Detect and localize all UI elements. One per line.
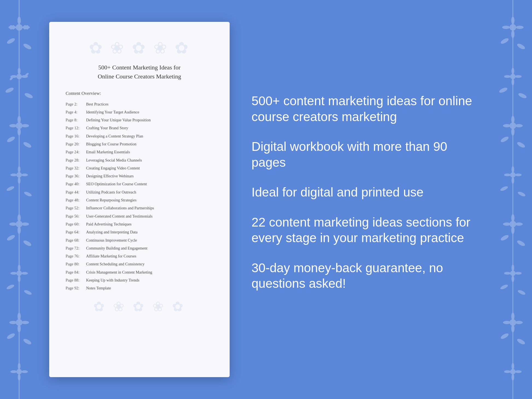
- toc-page-number: Page 72:: [66, 245, 86, 251]
- marketing-point-4: 22 content marketing ideas sections for …: [252, 215, 483, 246]
- table-of-contents-item: Page 36:Designing Effective Webinars: [66, 172, 213, 180]
- toc-page-number: Page 36:: [66, 173, 86, 179]
- table-of-contents-item: Page 84:Crisis Management in Content Mar…: [66, 268, 213, 276]
- table-of-contents-item: Page 32:Creating Engaging Video Content: [66, 164, 213, 172]
- toc-topic: Paid Advertising Techniques: [86, 221, 131, 227]
- toc-page-number: Page 8:: [66, 117, 86, 123]
- toc-topic: Defining Your Unique Value Proposition: [86, 117, 151, 123]
- table-of-contents-item: Page 16:Developing a Content Strategy Pl…: [66, 132, 213, 140]
- table-of-contents-item: Page 24:Email Marketing Essentials: [66, 148, 213, 156]
- toc-page-number: Page 60:: [66, 221, 86, 227]
- table-of-contents-item: Page 28:Leveraging Social Media Channels: [66, 156, 213, 164]
- toc-topic: Keeping Up with Industry Trends: [86, 277, 139, 283]
- toc-page-number: Page 48:: [66, 197, 86, 203]
- toc-topic: Leveraging Social Media Channels: [86, 157, 142, 163]
- table-of-contents: Page 2:Best PracticesPage 4:Identifying …: [66, 100, 213, 292]
- marketing-point-2: Digital workbook with more than 90 pages: [252, 139, 483, 170]
- toc-page-number: Page 24:: [66, 149, 86, 155]
- table-of-contents-item: Page 20:Blogging for Course Promotion: [66, 140, 213, 148]
- toc-topic: Continuous Improvement Cycle: [86, 237, 137, 243]
- toc-topic: Designing Effective Webinars: [86, 173, 134, 179]
- toc-page-number: Page 20:: [66, 141, 86, 147]
- table-of-contents-item: Page 72:Community Building and Engagemen…: [66, 244, 213, 252]
- document-card: ✿ ❀ ✿ ❀ ✿ 500+ Content Marketing Ideas f…: [49, 22, 230, 377]
- toc-topic: Affiliate Marketing for Courses: [86, 253, 136, 259]
- table-of-contents-item: Page 8:Defining Your Unique Value Propos…: [66, 116, 213, 124]
- table-of-contents-item: Page 92:Notes Template: [66, 284, 213, 292]
- document-title: 500+ Content Marketing Ideas for Online …: [66, 63, 213, 81]
- toc-topic: Analyzing and Interpreting Data: [86, 229, 138, 235]
- table-of-contents-item: Page 52:Influencer Collaborations and Pa…: [66, 204, 213, 212]
- table-of-contents-item: Page 68:Continuous Improvement Cycle: [66, 236, 213, 244]
- toc-topic: Best Practices: [86, 101, 109, 107]
- toc-topic: Influencer Collaborations and Partnershi…: [86, 205, 154, 211]
- table-of-contents-item: Page 64:Analyzing and Interpreting Data: [66, 228, 213, 236]
- toc-topic: Crisis Management in Content Marketing: [86, 269, 152, 275]
- table-of-contents-item: Page 2:Best Practices: [66, 100, 213, 108]
- table-of-contents-item: Page 56:User-Generated Content and Testi…: [66, 212, 213, 220]
- document-bottom-decor: ✿ ❀ ✿ ❀ ✿: [66, 299, 213, 315]
- toc-page-number: Page 44:: [66, 189, 86, 195]
- toc-topic: Community Building and Engagement: [86, 245, 147, 251]
- document-top-decor: ✿ ❀ ✿ ❀ ✿: [66, 38, 213, 57]
- toc-topic: User-Generated Content and Testimonials: [86, 213, 153, 219]
- toc-page-number: Page 28:: [66, 157, 86, 163]
- toc-topic: Blogging for Course Promotion: [86, 141, 136, 147]
- toc-topic: Notes Template: [86, 285, 111, 291]
- toc-page-number: Page 92:: [66, 285, 86, 291]
- toc-page-number: Page 84:: [66, 269, 86, 275]
- toc-page-number: Page 80:: [66, 261, 86, 267]
- main-content: ✿ ❀ ✿ ❀ ✿ 500+ Content Marketing Ideas f…: [0, 5, 532, 394]
- toc-page-number: Page 52:: [66, 205, 86, 211]
- toc-page-number: Page 88:: [66, 277, 86, 283]
- table-of-contents-item: Page 40:SEO Optimization for Course Cont…: [66, 180, 213, 188]
- marketing-point-1: 500+ content marketing ideas for online …: [252, 93, 483, 125]
- table-of-contents-item: Page 48:Content Repurposing Strategies: [66, 196, 213, 204]
- toc-page-number: Page 4:: [66, 109, 86, 115]
- toc-page-number: Page 56:: [66, 213, 86, 219]
- toc-page-number: Page 12:: [66, 125, 86, 131]
- toc-page-number: Page 40:: [66, 181, 86, 187]
- toc-topic: Content Scheduling and Consistency: [86, 261, 145, 267]
- table-of-contents-item: Page 76:Affiliate Marketing for Courses: [66, 252, 213, 260]
- marketing-point-3: Ideal for digital and printed use: [252, 184, 483, 200]
- toc-topic: Email Marketing Essentials: [86, 149, 130, 155]
- toc-page-number: Page 64:: [66, 229, 86, 235]
- marketing-text-section: 500+ content marketing ideas for online …: [246, 93, 483, 306]
- toc-topic: SEO Optimization for Course Content: [86, 181, 147, 187]
- toc-topic: Content Repurposing Strategies: [86, 197, 136, 203]
- toc-topic: Developing a Content Strategy Plan: [86, 133, 143, 139]
- table-of-contents-item: Page 12:Crafting Your Brand Story: [66, 124, 213, 132]
- table-of-contents-item: Page 4:Identifying Your Target Audience: [66, 108, 213, 116]
- toc-page-number: Page 16:: [66, 133, 86, 139]
- toc-topic: Crafting Your Brand Story: [86, 125, 128, 131]
- table-of-contents-item: Page 60:Paid Advertising Techniques: [66, 220, 213, 228]
- toc-page-number: Page 2:: [66, 101, 86, 107]
- toc-topic: Creating Engaging Video Content: [86, 165, 140, 171]
- marketing-point-5: 30-day money-back guarantee, no question…: [252, 260, 483, 292]
- toc-page-number: Page 32:: [66, 165, 86, 171]
- toc-topic: Utilizing Podcasts for Outreach: [86, 189, 136, 195]
- toc-page-number: Page 76:: [66, 253, 86, 259]
- table-of-contents-item: Page 44:Utilizing Podcasts for Outreach: [66, 188, 213, 196]
- content-overview-label: Content Overview:: [66, 91, 213, 96]
- table-of-contents-item: Page 88:Keeping Up with Industry Trends: [66, 276, 213, 284]
- toc-page-number: Page 68:: [66, 237, 86, 243]
- toc-topic: Identifying Your Target Audience: [86, 109, 139, 115]
- table-of-contents-item: Page 80:Content Scheduling and Consisten…: [66, 260, 213, 268]
